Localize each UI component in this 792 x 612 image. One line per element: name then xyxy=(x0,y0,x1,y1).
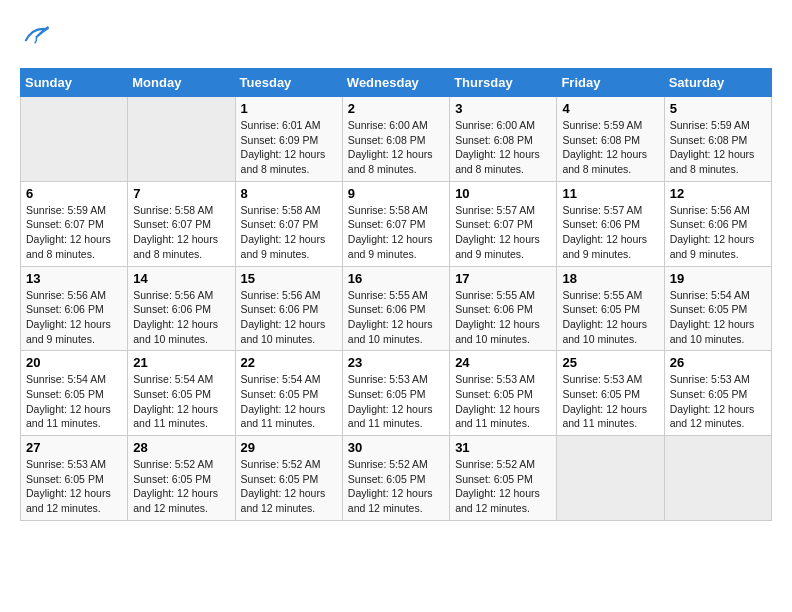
day-number: 29 xyxy=(241,440,337,455)
day-number: 14 xyxy=(133,271,229,286)
page-header xyxy=(20,20,772,52)
day-info: Sunrise: 5:56 AM Sunset: 6:06 PM Dayligh… xyxy=(241,288,337,347)
day-number: 3 xyxy=(455,101,551,116)
calendar-cell: 4Sunrise: 5:59 AM Sunset: 6:08 PM Daylig… xyxy=(557,97,664,182)
calendar-cell: 7Sunrise: 5:58 AM Sunset: 6:07 PM Daylig… xyxy=(128,181,235,266)
calendar-cell: 5Sunrise: 5:59 AM Sunset: 6:08 PM Daylig… xyxy=(664,97,771,182)
calendar-cell: 21Sunrise: 5:54 AM Sunset: 6:05 PM Dayli… xyxy=(128,351,235,436)
day-number: 24 xyxy=(455,355,551,370)
day-number: 2 xyxy=(348,101,444,116)
day-number: 30 xyxy=(348,440,444,455)
calendar-cell: 13Sunrise: 5:56 AM Sunset: 6:06 PM Dayli… xyxy=(21,266,128,351)
day-info: Sunrise: 5:52 AM Sunset: 6:05 PM Dayligh… xyxy=(133,457,229,516)
calendar-cell: 17Sunrise: 5:55 AM Sunset: 6:06 PM Dayli… xyxy=(450,266,557,351)
calendar-cell: 11Sunrise: 5:57 AM Sunset: 6:06 PM Dayli… xyxy=(557,181,664,266)
day-info: Sunrise: 5:58 AM Sunset: 6:07 PM Dayligh… xyxy=(133,203,229,262)
calendar-cell: 6Sunrise: 5:59 AM Sunset: 6:07 PM Daylig… xyxy=(21,181,128,266)
calendar-cell: 28Sunrise: 5:52 AM Sunset: 6:05 PM Dayli… xyxy=(128,436,235,521)
calendar-cell xyxy=(21,97,128,182)
calendar-cell: 22Sunrise: 5:54 AM Sunset: 6:05 PM Dayli… xyxy=(235,351,342,436)
day-info: Sunrise: 5:56 AM Sunset: 6:06 PM Dayligh… xyxy=(133,288,229,347)
day-info: Sunrise: 5:54 AM Sunset: 6:05 PM Dayligh… xyxy=(670,288,766,347)
calendar-cell: 9Sunrise: 5:58 AM Sunset: 6:07 PM Daylig… xyxy=(342,181,449,266)
calendar-cell xyxy=(557,436,664,521)
calendar-cell xyxy=(128,97,235,182)
calendar-cell: 16Sunrise: 5:55 AM Sunset: 6:06 PM Dayli… xyxy=(342,266,449,351)
day-info: Sunrise: 5:59 AM Sunset: 6:08 PM Dayligh… xyxy=(562,118,658,177)
logo-bird-icon xyxy=(22,20,50,48)
day-number: 5 xyxy=(670,101,766,116)
calendar-cell: 8Sunrise: 5:58 AM Sunset: 6:07 PM Daylig… xyxy=(235,181,342,266)
col-header-tuesday: Tuesday xyxy=(235,69,342,97)
col-header-wednesday: Wednesday xyxy=(342,69,449,97)
calendar-cell: 3Sunrise: 6:00 AM Sunset: 6:08 PM Daylig… xyxy=(450,97,557,182)
day-number: 31 xyxy=(455,440,551,455)
calendar-cell: 30Sunrise: 5:52 AM Sunset: 6:05 PM Dayli… xyxy=(342,436,449,521)
calendar-cell: 25Sunrise: 5:53 AM Sunset: 6:05 PM Dayli… xyxy=(557,351,664,436)
day-number: 8 xyxy=(241,186,337,201)
calendar-cell: 29Sunrise: 5:52 AM Sunset: 6:05 PM Dayli… xyxy=(235,436,342,521)
day-number: 1 xyxy=(241,101,337,116)
day-info: Sunrise: 5:52 AM Sunset: 6:05 PM Dayligh… xyxy=(241,457,337,516)
day-info: Sunrise: 5:59 AM Sunset: 6:07 PM Dayligh… xyxy=(26,203,122,262)
day-info: Sunrise: 5:53 AM Sunset: 6:05 PM Dayligh… xyxy=(455,372,551,431)
day-info: Sunrise: 5:53 AM Sunset: 6:05 PM Dayligh… xyxy=(26,457,122,516)
day-info: Sunrise: 5:58 AM Sunset: 6:07 PM Dayligh… xyxy=(241,203,337,262)
day-info: Sunrise: 5:54 AM Sunset: 6:05 PM Dayligh… xyxy=(26,372,122,431)
col-header-sunday: Sunday xyxy=(21,69,128,97)
day-number: 9 xyxy=(348,186,444,201)
calendar-cell: 20Sunrise: 5:54 AM Sunset: 6:05 PM Dayli… xyxy=(21,351,128,436)
logo xyxy=(20,20,50,52)
col-header-friday: Friday xyxy=(557,69,664,97)
col-header-thursday: Thursday xyxy=(450,69,557,97)
day-info: Sunrise: 5:52 AM Sunset: 6:05 PM Dayligh… xyxy=(348,457,444,516)
col-header-saturday: Saturday xyxy=(664,69,771,97)
calendar-cell: 31Sunrise: 5:52 AM Sunset: 6:05 PM Dayli… xyxy=(450,436,557,521)
calendar-cell: 2Sunrise: 6:00 AM Sunset: 6:08 PM Daylig… xyxy=(342,97,449,182)
day-info: Sunrise: 5:53 AM Sunset: 6:05 PM Dayligh… xyxy=(670,372,766,431)
calendar-cell: 15Sunrise: 5:56 AM Sunset: 6:06 PM Dayli… xyxy=(235,266,342,351)
day-info: Sunrise: 5:54 AM Sunset: 6:05 PM Dayligh… xyxy=(241,372,337,431)
day-number: 26 xyxy=(670,355,766,370)
calendar-cell: 23Sunrise: 5:53 AM Sunset: 6:05 PM Dayli… xyxy=(342,351,449,436)
day-info: Sunrise: 5:56 AM Sunset: 6:06 PM Dayligh… xyxy=(26,288,122,347)
day-info: Sunrise: 5:55 AM Sunset: 6:06 PM Dayligh… xyxy=(348,288,444,347)
calendar-cell: 12Sunrise: 5:56 AM Sunset: 6:06 PM Dayli… xyxy=(664,181,771,266)
day-number: 21 xyxy=(133,355,229,370)
calendar-cell: 24Sunrise: 5:53 AM Sunset: 6:05 PM Dayli… xyxy=(450,351,557,436)
calendar-cell: 26Sunrise: 5:53 AM Sunset: 6:05 PM Dayli… xyxy=(664,351,771,436)
day-number: 7 xyxy=(133,186,229,201)
calendar-cell: 10Sunrise: 5:57 AM Sunset: 6:07 PM Dayli… xyxy=(450,181,557,266)
day-info: Sunrise: 5:57 AM Sunset: 6:06 PM Dayligh… xyxy=(562,203,658,262)
calendar-cell: 14Sunrise: 5:56 AM Sunset: 6:06 PM Dayli… xyxy=(128,266,235,351)
day-number: 10 xyxy=(455,186,551,201)
day-number: 18 xyxy=(562,271,658,286)
day-info: Sunrise: 5:58 AM Sunset: 6:07 PM Dayligh… xyxy=(348,203,444,262)
day-number: 17 xyxy=(455,271,551,286)
calendar-cell xyxy=(664,436,771,521)
day-number: 6 xyxy=(26,186,122,201)
day-info: Sunrise: 6:00 AM Sunset: 6:08 PM Dayligh… xyxy=(455,118,551,177)
day-number: 22 xyxy=(241,355,337,370)
day-number: 28 xyxy=(133,440,229,455)
day-info: Sunrise: 5:52 AM Sunset: 6:05 PM Dayligh… xyxy=(455,457,551,516)
col-header-monday: Monday xyxy=(128,69,235,97)
day-number: 25 xyxy=(562,355,658,370)
day-number: 13 xyxy=(26,271,122,286)
day-number: 11 xyxy=(562,186,658,201)
calendar-table: SundayMondayTuesdayWednesdayThursdayFrid… xyxy=(20,68,772,521)
day-number: 20 xyxy=(26,355,122,370)
day-number: 4 xyxy=(562,101,658,116)
day-info: Sunrise: 5:53 AM Sunset: 6:05 PM Dayligh… xyxy=(348,372,444,431)
day-number: 19 xyxy=(670,271,766,286)
calendar-cell: 1Sunrise: 6:01 AM Sunset: 6:09 PM Daylig… xyxy=(235,97,342,182)
day-number: 15 xyxy=(241,271,337,286)
day-info: Sunrise: 5:54 AM Sunset: 6:05 PM Dayligh… xyxy=(133,372,229,431)
calendar-cell: 27Sunrise: 5:53 AM Sunset: 6:05 PM Dayli… xyxy=(21,436,128,521)
day-number: 27 xyxy=(26,440,122,455)
day-info: Sunrise: 5:55 AM Sunset: 6:06 PM Dayligh… xyxy=(455,288,551,347)
day-info: Sunrise: 6:01 AM Sunset: 6:09 PM Dayligh… xyxy=(241,118,337,177)
day-number: 23 xyxy=(348,355,444,370)
calendar-cell: 18Sunrise: 5:55 AM Sunset: 6:05 PM Dayli… xyxy=(557,266,664,351)
day-info: Sunrise: 5:57 AM Sunset: 6:07 PM Dayligh… xyxy=(455,203,551,262)
